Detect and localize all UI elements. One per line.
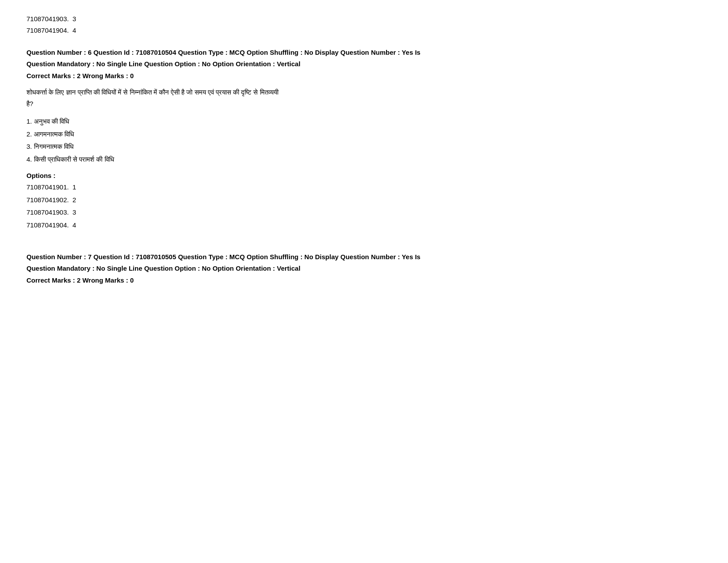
question-6-text-line2: है? [26,98,702,110]
question-6-options-list: 1. अनुभव की विधि 2. आगमनात्मक विधि 3. नि… [26,115,702,166]
option-id-4: 71087041904 [26,221,67,229]
list-item: 4. किसी प्राधिकारी से परामर्श की विधि [26,153,702,166]
top-option-id-2: 71087041904 [26,26,67,34]
option-id-3: 71087041903 [26,208,67,216]
question-7-block: Question Number : 7 Question Id : 710870… [26,251,702,284]
question-6-option-ids: 71087041901. 1 71087041902. 2 7108704190… [26,181,702,231]
option-id-row-3: 71087041903. 3 [26,206,702,219]
question-6-meta-line1: Question Number : 6 Question Id : 710870… [26,47,702,58]
question-6-meta: Question Number : 6 Question Id : 710870… [26,47,702,69]
question-6-block: Question Number : 6 Question Id : 710870… [26,47,702,231]
question-7-meta-line1: Question Number : 7 Question Id : 710870… [26,251,702,263]
question-7-meta-line2: Question Mandatory : No Single Line Ques… [26,263,702,274]
question-6-text: शोधकर्त्ता के लिए ज्ञान प्राप्ति की विधि… [26,87,702,109]
top-option-row-2: 71087041904. 4 [26,25,702,36]
question-7-meta: Question Number : 7 Question Id : 710870… [26,251,702,274]
option-id-row-2: 71087041902. 2 [26,194,702,207]
top-options-continuation: 71087041903. 3 71087041904. 4 [26,13,702,36]
option-val-3: 3 [72,208,76,216]
question-6-options-label: Options : [26,172,702,179]
option-id-1: 71087041901 [26,183,67,191]
option-id-row-4: 71087041904. 4 [26,219,702,232]
option-val-2: 2 [72,196,76,204]
top-option-id-1: 71087041903 [26,15,67,23]
question-6-text-line1: शोधकर्त्ता के लिए ज्ञान प्राप्ति की विधि… [26,87,702,98]
option-id-2: 71087041902 [26,196,67,204]
list-item: 1. अनुभव की विधि [26,115,702,128]
list-item: 3. निगमनात्मक विधि [26,140,702,153]
question-6-meta-line2: Question Mandatory : No Single Line Ques… [26,58,702,70]
question-7-correct-marks: Correct Marks : 2 Wrong Marks : 0 [26,276,702,284]
question-6-correct-marks: Correct Marks : 2 Wrong Marks : 0 [26,72,702,79]
option-val-4: 4 [72,221,76,229]
top-option-val-2: 4 [72,26,76,34]
list-item: 2. आगमनात्मक विधि [26,128,702,141]
option-val-1: 1 [72,183,76,191]
option-id-row-1: 71087041901. 1 [26,181,702,194]
top-option-row-1: 71087041903. 3 [26,13,702,25]
top-option-val-1: 3 [72,15,76,23]
